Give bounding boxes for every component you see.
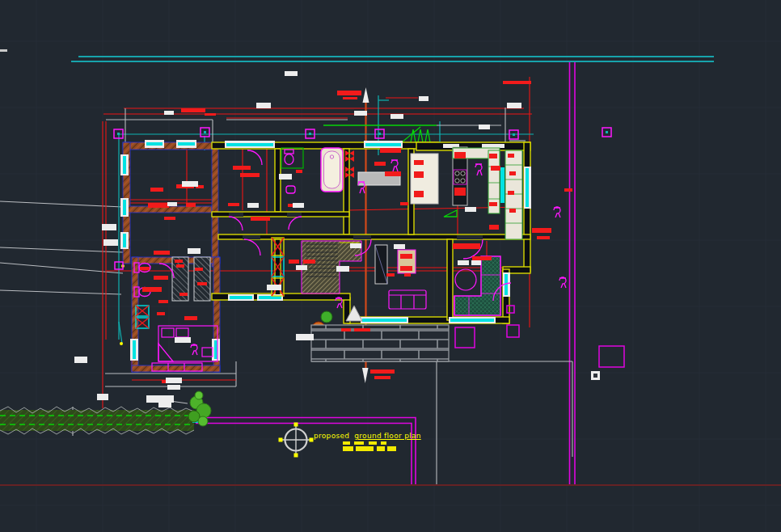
small-symbol-icon bbox=[591, 371, 600, 380]
grid-layer bbox=[0, 0, 781, 532]
patio-brick-hatch bbox=[311, 325, 449, 361]
drawing-title-main: ground floor plan bbox=[354, 432, 420, 440]
tree-icon bbox=[188, 391, 211, 426]
drawing-title: proposedground floor plan bbox=[314, 432, 421, 440]
round-table-icon bbox=[455, 269, 476, 290]
north-compass-icon bbox=[279, 423, 314, 458]
scale-bar bbox=[343, 441, 396, 451]
cad-drawing bbox=[0, 0, 781, 532]
armchair-icon bbox=[398, 250, 416, 273]
hob-icon bbox=[454, 170, 466, 184]
bathtub-icon bbox=[321, 148, 343, 192]
bed-icon bbox=[152, 326, 217, 371]
drawing-title-prefix: proposed bbox=[314, 432, 349, 440]
cad-viewport[interactable]: proposedground floor plan bbox=[0, 0, 781, 532]
hedge-strip bbox=[0, 407, 199, 434]
